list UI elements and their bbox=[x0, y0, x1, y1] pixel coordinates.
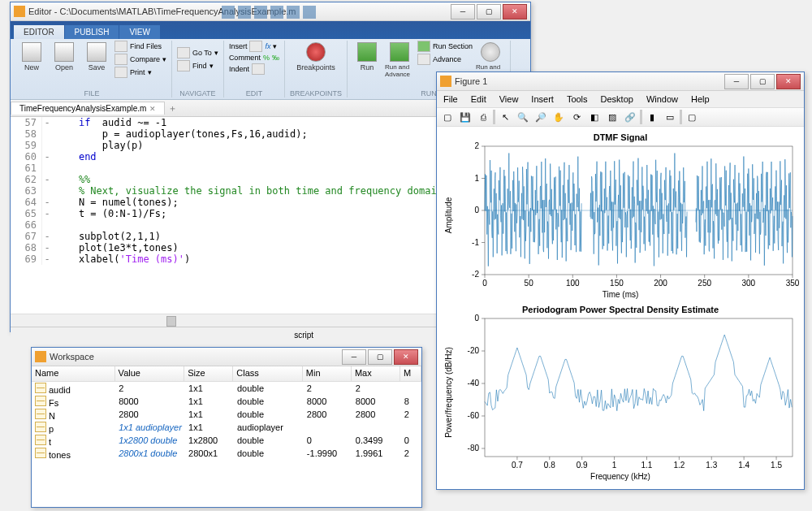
editor-maximize-button[interactable]: ▢ bbox=[477, 4, 501, 19]
print-button[interactable]: Print ▾ bbox=[114, 67, 166, 78]
ws-header-size[interactable]: Size bbox=[184, 366, 233, 381]
ws-header-value[interactable]: Value bbox=[115, 366, 185, 381]
qat-btn[interactable] bbox=[238, 6, 251, 19]
svg-text:-1: -1 bbox=[472, 238, 479, 247]
svg-text:1: 1 bbox=[612, 461, 617, 470]
menu-view[interactable]: View bbox=[493, 94, 525, 104]
tool-box[interactable]: ▢ bbox=[684, 109, 700, 125]
svg-rect-1 bbox=[35, 351, 46, 362]
findfiles-button[interactable]: Find Files bbox=[114, 41, 166, 52]
ws-row[interactable]: N28001x1double280028002 bbox=[32, 408, 421, 421]
ribbon-tab-editor[interactable]: EDITOR bbox=[14, 25, 64, 39]
advance-button[interactable]: Advance bbox=[417, 54, 473, 65]
ws-row[interactable]: tones2800x1 double2800x1double-1.99901.9… bbox=[32, 447, 421, 460]
ws-header-class[interactable]: Class bbox=[233, 366, 303, 381]
figure-icon bbox=[440, 76, 451, 87]
menu-window[interactable]: Window bbox=[640, 94, 685, 104]
run-button[interactable]: Run bbox=[352, 41, 382, 71]
plot-area: DTMF SignalTime (ms)Amplitude05010015020… bbox=[437, 127, 804, 487]
close-tab-icon[interactable]: ✕ bbox=[149, 105, 156, 113]
goto-icon bbox=[177, 47, 190, 58]
fig-maximize-button[interactable]: ▢ bbox=[750, 74, 775, 89]
file-tab[interactable]: TimeFrequencyAnalysisExample.m✕ bbox=[11, 102, 165, 115]
compare-button[interactable]: Compare ▾ bbox=[114, 54, 166, 65]
svg-text:Periodogram Power Spectral Den: Periodogram Power Spectral Density Estim… bbox=[522, 305, 719, 314]
var-icon bbox=[35, 422, 46, 432]
svg-rect-2 bbox=[440, 76, 451, 87]
tool-zoomout[interactable]: 🔎 bbox=[533, 109, 549, 125]
ws-row[interactable]: t1x2800 double1x2800double00.34990 bbox=[32, 434, 421, 447]
workspace-titlebar: Workspace ─ ▢ ✕ bbox=[32, 348, 421, 366]
plot-periodogram: Periodogram Power Spectral Density Estim… bbox=[440, 302, 801, 483]
figure-toolbar: ▢💾⎙↖🔍🔎✋⟳◧▨🔗▮▭▢ bbox=[437, 108, 804, 127]
editor-close-button[interactable]: ✕ bbox=[503, 4, 527, 19]
svg-text:2: 2 bbox=[474, 141, 479, 150]
open-button[interactable]: Open bbox=[50, 41, 79, 71]
ws-close-button[interactable]: ✕ bbox=[394, 349, 418, 365]
menu-file[interactable]: File bbox=[437, 94, 464, 104]
ws-row[interactable]: Fs80001x1double800080008 bbox=[32, 395, 421, 408]
ws-header-max[interactable]: Max bbox=[352, 366, 400, 381]
find-button[interactable]: Find ▾ bbox=[177, 60, 218, 71]
ws-header-min[interactable]: Min bbox=[303, 366, 352, 381]
tool-link[interactable]: 🔗 bbox=[622, 109, 638, 125]
svg-text:Power/frequency (dB/Hz): Power/frequency (dB/Hz) bbox=[444, 347, 453, 438]
menu-help[interactable]: Help bbox=[685, 94, 716, 104]
svg-text:0: 0 bbox=[474, 206, 479, 214]
menu-desktop[interactable]: Desktop bbox=[594, 94, 640, 104]
tool-save[interactable]: 💾 bbox=[457, 109, 473, 125]
qat-btn[interactable] bbox=[222, 6, 235, 19]
qat-btn[interactable] bbox=[254, 6, 267, 19]
comment-button[interactable]: Comment % ‰ bbox=[229, 54, 279, 62]
qat-btn[interactable] bbox=[287, 6, 300, 19]
indent-button[interactable]: Indent bbox=[229, 63, 279, 75]
qat-btn[interactable] bbox=[303, 6, 316, 19]
tool-zoomin[interactable]: 🔍 bbox=[515, 109, 531, 125]
ribbon-tab-view[interactable]: VIEW bbox=[119, 25, 160, 39]
add-tab-button[interactable]: ＋ bbox=[165, 102, 179, 115]
workspace-headers[interactable]: NameValueSizeClassMinMaxM bbox=[32, 366, 421, 382]
ws-header-m[interactable]: M bbox=[400, 366, 421, 381]
ws-minimize-button[interactable]: ─ bbox=[342, 349, 366, 365]
tool-rotate[interactable]: ⟳ bbox=[568, 109, 585, 125]
editor-minimize-button[interactable]: ─ bbox=[451, 4, 475, 19]
ws-maximize-button[interactable]: ▢ bbox=[368, 349, 392, 365]
menu-edit[interactable]: Edit bbox=[464, 94, 493, 104]
fig-close-button[interactable]: ✕ bbox=[776, 74, 801, 89]
tool-brush[interactable]: ▨ bbox=[604, 109, 620, 125]
menu-insert[interactable]: Insert bbox=[525, 94, 560, 104]
var-icon bbox=[35, 409, 46, 419]
runsection-button[interactable]: Run Section bbox=[417, 41, 473, 52]
fig-minimize-button[interactable]: ─ bbox=[724, 74, 749, 89]
menu-tools[interactable]: Tools bbox=[560, 94, 594, 104]
tool-legend[interactable]: ▭ bbox=[662, 109, 678, 125]
tool-colorbar[interactable]: ▮ bbox=[644, 109, 660, 125]
workspace-icon bbox=[35, 351, 46, 362]
ribbon-tab-publish[interactable]: PUBLISH bbox=[65, 25, 119, 39]
tool-new[interactable]: ▢ bbox=[439, 109, 456, 125]
save-button[interactable]: Save bbox=[82, 41, 111, 71]
goto-button[interactable]: Go To ▾ bbox=[177, 47, 218, 58]
tool-pan[interactable]: ✋ bbox=[551, 109, 567, 125]
svg-text:Frequency (kHz): Frequency (kHz) bbox=[590, 472, 650, 481]
ribgroup-edit: Insert fx ▾ Comment % ‰ Indent EDIT bbox=[224, 41, 285, 97]
svg-text:1: 1 bbox=[474, 174, 479, 183]
ws-row[interactable]: audid21x1double22 bbox=[32, 382, 421, 395]
breakpoints-button[interactable]: Breakpoints bbox=[301, 41, 330, 71]
tool-datatip[interactable]: ◧ bbox=[586, 109, 603, 125]
insert-button[interactable]: Insert fx ▾ bbox=[229, 41, 279, 52]
ws-row[interactable]: p1x1 audioplayer1x1audioplayer bbox=[32, 421, 421, 434]
svg-text:0: 0 bbox=[474, 314, 479, 323]
ribgroup-breakpoints: Breakpoints BREAKPOINTS bbox=[285, 41, 348, 97]
tool-print[interactable]: ⎙ bbox=[475, 109, 491, 125]
tool-arrow[interactable]: ↖ bbox=[497, 109, 513, 125]
svg-text:-40: -40 bbox=[468, 379, 480, 388]
svg-text:0.9: 0.9 bbox=[577, 461, 588, 470]
svg-text:DTMF Signal: DTMF Signal bbox=[594, 132, 648, 142]
new-button[interactable]: New bbox=[17, 41, 46, 71]
ribgroup-navigate: Go To ▾ Find ▾ NAVIGATE bbox=[172, 41, 224, 97]
run-advance-button[interactable]: Run and Advance bbox=[385, 41, 414, 78]
qat-btn[interactable] bbox=[270, 6, 283, 19]
svg-text:250: 250 bbox=[698, 279, 711, 288]
ws-header-name[interactable]: Name bbox=[32, 366, 115, 381]
